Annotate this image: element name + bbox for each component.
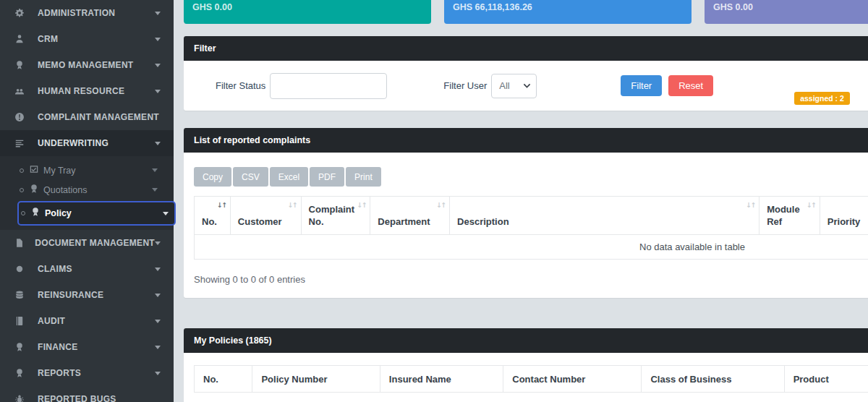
- sort-icon[interactable]: ↓↑: [357, 201, 366, 210]
- export-excel-button[interactable]: Excel: [270, 167, 308, 187]
- filter-user-label: Filter User: [443, 80, 487, 91]
- sidebar-item-reported-bugs[interactable]: REPORTED BUGS: [0, 386, 174, 402]
- column-header-customer[interactable]: ↓↑Customer: [230, 197, 301, 235]
- summary-card: GHS 0.00: [705, 0, 868, 24]
- bullet-icon: [21, 211, 25, 215]
- column-header-label: Customer: [238, 216, 282, 227]
- column-header-class-of-business[interactable]: Class of Business: [642, 366, 784, 393]
- sort-icon[interactable]: ↓↑: [217, 201, 226, 210]
- sidebar-item-label: CLAIMS: [38, 264, 72, 274]
- export-button-group: CopyCSVExcelPDFPrint: [194, 167, 868, 187]
- export-csv-button[interactable]: CSV: [233, 167, 268, 187]
- empty-table-message: No data available in table: [195, 235, 868, 260]
- sidebar-item-complaint-management[interactable]: COMPLAINT MANAGEMENT: [0, 104, 174, 130]
- filter-status-input[interactable]: [270, 73, 387, 99]
- sidebar-item-label: DOCUMENT MANAGEMENT: [35, 238, 155, 248]
- sidebar-item-label: REPORTS: [38, 368, 81, 378]
- chevron-down-icon: [155, 268, 161, 271]
- sidebar-item-claims[interactable]: CLAIMS: [0, 256, 174, 282]
- chevron-down-icon: [155, 142, 161, 145]
- policies-table: No.Policy NumberInsured NameContact Numb…: [194, 365, 868, 393]
- sidebar-item-reinsurance[interactable]: REINSURANCE: [0, 282, 174, 308]
- sort-icon[interactable]: ↓↑: [288, 201, 297, 210]
- column-header-insured-name[interactable]: Insured Name: [380, 366, 503, 393]
- column-header-product[interactable]: Product: [784, 366, 868, 393]
- bullet-icon: [20, 188, 24, 192]
- column-header-module-ref[interactable]: ↓↑Module Ref: [760, 197, 820, 235]
- main-content: GHS 0.00 GHS 66,118,136.26 GHS 0.00 Filt…: [174, 0, 868, 402]
- sort-icon[interactable]: ↓↑: [436, 201, 446, 210]
- column-header-department[interactable]: ↓↑Department: [370, 197, 450, 235]
- list-icon: [14, 138, 29, 148]
- chevron-down-icon: [155, 372, 161, 375]
- sidebar-item-underwriting[interactable]: UNDERWRITING: [0, 130, 174, 156]
- check-square-icon: [29, 164, 39, 177]
- filter-user-selected-value: All: [499, 80, 509, 91]
- sidebar-item-quotations[interactable]: Quotations: [0, 180, 174, 200]
- circle-icon: [14, 264, 29, 274]
- column-header-no[interactable]: No.: [195, 366, 252, 393]
- sidebar-item-label: MEMO MANAGEMENT: [38, 60, 134, 70]
- sidebar-item-human-resource[interactable]: HUMAN RESOURCE: [0, 78, 174, 104]
- sidebar-active-section: UNDERWRITING My Tray Quotations Policy: [0, 130, 174, 230]
- sidebar-item-administration[interactable]: ADMINISTRATION: [0, 0, 174, 26]
- column-header-priority[interactable]: ↓↑Priority: [820, 197, 868, 235]
- column-header-description[interactable]: ↓↑Description: [450, 197, 760, 235]
- reset-button[interactable]: Reset: [668, 75, 713, 96]
- sidebar-item-my-tray[interactable]: My Tray: [0, 161, 174, 180]
- column-header-no[interactable]: ↓↑No.: [195, 197, 231, 235]
- sort-icon[interactable]: ↓↑: [807, 201, 816, 210]
- sidebar-item-memo-management[interactable]: MEMO MANAGEMENT: [0, 52, 174, 78]
- chevron-down-icon: [155, 12, 161, 15]
- sidebar-item-audit[interactable]: AUDIT: [0, 308, 174, 334]
- sidebar-item-crm[interactable]: CRM: [0, 26, 174, 52]
- sidebar: ADMINISTRATION CRM MEMO MANAGEMENT HUMAN…: [0, 0, 174, 402]
- content-inner: GHS 0.00 GHS 66,118,136.26 GHS 0.00 Filt…: [174, 0, 868, 402]
- cedi-icon: [30, 207, 41, 220]
- column-header-label: Priority: [827, 216, 861, 227]
- sidebar-submenu: My Tray Quotations Policy: [0, 156, 174, 230]
- cedi-icon: [14, 342, 29, 352]
- sidebar-item-label: REINSURANCE: [38, 290, 103, 300]
- sidebar-item-policy[interactable]: Policy: [17, 201, 176, 226]
- table-row: No data available in table: [195, 235, 868, 260]
- complaints-panel: List of reported complaints CopyCSVExcel…: [184, 128, 868, 298]
- chevron-down-icon: [155, 64, 161, 67]
- summary-card-value: GHS 0.00: [192, 2, 232, 12]
- export-pdf-button[interactable]: PDF: [310, 167, 344, 187]
- column-header-label: Class of Business: [650, 374, 731, 385]
- filter-panel-body: Filter Status Filter User All Filter Res…: [184, 61, 868, 111]
- column-header-contact-number[interactable]: Contact Number: [503, 366, 642, 393]
- sidebar-item-finance[interactable]: FINANCE: [0, 334, 174, 360]
- users-icon: [14, 86, 29, 96]
- column-header-complaint-no[interactable]: ↓↑Complaint No.: [301, 197, 370, 235]
- sidebar-item-reports[interactable]: REPORTS: [0, 360, 174, 386]
- cedi-icon: [29, 184, 39, 197]
- filter-user-select[interactable]: All: [491, 74, 537, 98]
- bug-icon: [14, 394, 29, 402]
- sidebar-item-label: Policy: [45, 208, 72, 218]
- filter-button[interactable]: Filter: [621, 75, 662, 96]
- column-header-label: Department: [378, 216, 430, 227]
- column-header-policy-number[interactable]: Policy Number: [252, 366, 380, 393]
- exclamation-circle-icon: [14, 112, 29, 122]
- sidebar-item-document-management[interactable]: DOCUMENT MANAGEMENT: [0, 230, 174, 256]
- sidebar-item-label: COMPLAINT MANAGEMENT: [38, 112, 159, 122]
- export-copy-button[interactable]: Copy: [194, 167, 231, 187]
- chevron-down-icon: [152, 188, 158, 192]
- sort-icon[interactable]: ↓↑: [746, 201, 755, 210]
- chevron-down-icon: [155, 241, 161, 245]
- column-header-label: Description: [457, 216, 509, 227]
- showing-entries-text: Showing 0 to 0 of 0 entries: [194, 274, 868, 285]
- chevron-down-icon: [155, 320, 161, 323]
- sidebar-item-label: Quotations: [43, 185, 87, 195]
- sidebar-item-label: HUMAN RESOURCE: [38, 86, 124, 96]
- summary-card-value: GHS 0.00: [713, 2, 753, 12]
- chevron-down-icon: [155, 38, 161, 41]
- chevron-down-icon: [155, 346, 161, 349]
- summary-card: GHS 0.00: [184, 0, 431, 24]
- memo-icon: [14, 60, 29, 70]
- export-print-button[interactable]: Print: [346, 167, 381, 187]
- chevron-down-icon: [163, 212, 169, 215]
- database-icon: [14, 290, 29, 300]
